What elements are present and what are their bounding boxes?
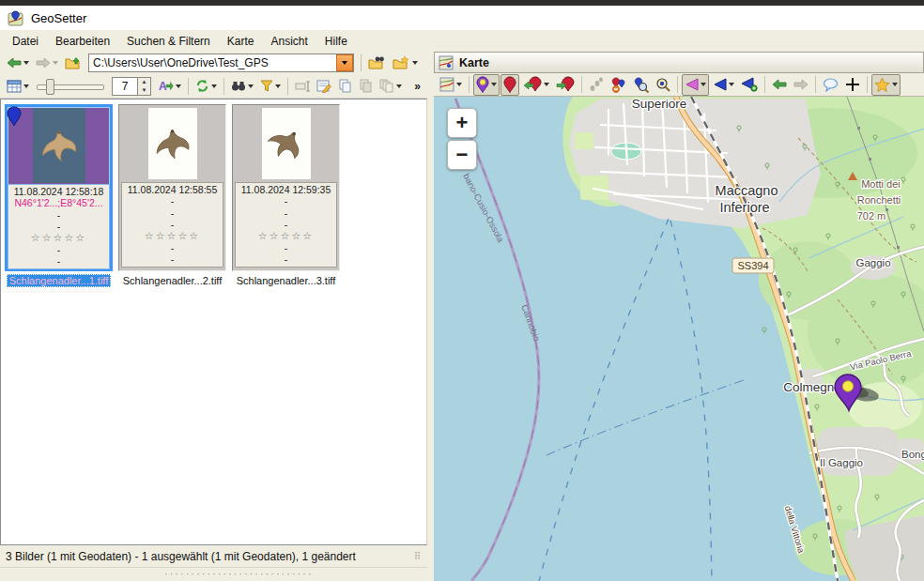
resize-grip[interactable]: ⠿	[414, 551, 422, 561]
capture-date: 11.08.2024 12:58:18	[8, 186, 109, 197]
edit-data-button[interactable]	[314, 75, 334, 97]
menu-suchen-filtern[interactable]: Suchen & Filtern	[118, 32, 219, 51]
back-dropdown-caret[interactable]	[23, 61, 29, 65]
vertical-splitter[interactable]	[427, 52, 434, 581]
menu-karte[interactable]: Karte	[219, 32, 263, 51]
filter-caret[interactable]	[275, 84, 281, 88]
zoom-to-markers-button[interactable]	[630, 74, 652, 96]
remove-markers-button[interactable]	[608, 74, 629, 96]
separator	[815, 76, 816, 93]
go-previous-caret[interactable]	[729, 83, 734, 86]
folder-path-value[interactable]: C:\Users\User\OneDrive\Test_GPS	[89, 56, 336, 69]
thumb-size-spinner[interactable]: 7 ▲▼	[112, 77, 151, 96]
image-browser: 11.08.2024 12:58:18 N46°1'2...;E8°45'2..…	[0, 99, 427, 545]
copy-multi-button[interactable]	[377, 75, 405, 97]
menu-datei[interactable]: Datei	[4, 32, 47, 51]
previous-marker-caret[interactable]	[544, 83, 549, 86]
folder-path-combobox[interactable]: C:\Users\User\OneDrive\Test_GPS	[88, 54, 354, 72]
assign-position-button[interactable]	[738, 74, 761, 96]
status-bar: 3 Bilder (1 mit Geodaten) - 1 ausgewählt…	[0, 545, 427, 567]
find-caret[interactable]	[248, 84, 254, 88]
show-tracks-button[interactable]	[586, 74, 607, 96]
browse-folder-button[interactable]	[365, 53, 389, 74]
map-type-caret[interactable]	[456, 83, 462, 86]
map-back-button[interactable]	[769, 74, 790, 96]
sort-caret[interactable]	[176, 84, 181, 88]
star-rating[interactable]: ☆☆☆☆☆	[236, 230, 336, 242]
map-tab-label[interactable]: Karte	[459, 56, 489, 69]
slider-thumb[interactable]	[46, 79, 54, 95]
spinner-down[interactable]: ▼	[138, 86, 150, 95]
favorite-folders-button[interactable]	[390, 53, 421, 74]
star-icon	[874, 77, 890, 92]
parent-folder-button[interactable]	[62, 53, 85, 74]
menu-bearbeiten[interactable]: Bearbeiten	[47, 32, 118, 51]
zoom-markers-icon	[633, 77, 649, 93]
refresh-icon	[195, 79, 209, 93]
thumbnail-3-image	[233, 105, 339, 182]
openstreetmap-canvas[interactable]: SS394 Superiore Maccagno Inferiore Motti…	[434, 97, 924, 581]
spinner-arrows[interactable]: ▲▼	[138, 77, 151, 96]
show-image-markers-button[interactable]	[500, 74, 519, 96]
image-item-2: 11.08.2024 12:58:55 - - - ☆☆☆☆☆ - - Schl…	[118, 104, 226, 286]
thumbnail-1[interactable]: 11.08.2024 12:58:18 N46°1'2...;E8°45'2..…	[5, 104, 113, 271]
refresh-caret[interactable]	[211, 84, 217, 88]
favorite-folders-caret[interactable]	[412, 61, 418, 65]
splitter-handle[interactable]: ····························	[164, 570, 314, 577]
filename-1[interactable]: Schlangenadler...1.tiff	[7, 275, 112, 286]
map-view[interactable]: SS394 Superiore Maccagno Inferiore Motti…	[434, 97, 924, 581]
folder-path-dropdown-button[interactable]	[336, 54, 353, 71]
spinner-value[interactable]: 7	[112, 77, 138, 96]
refresh-button[interactable]	[192, 75, 220, 97]
thumb-size-slider[interactable]	[37, 78, 104, 95]
map-favorites-button[interactable]	[871, 74, 901, 96]
track-playback-button[interactable]	[682, 74, 709, 96]
paste-button[interactable]	[356, 75, 376, 97]
copy-button[interactable]	[335, 75, 355, 97]
thumbnail-2[interactable]: 11.08.2024 12:58:55 - - - ☆☆☆☆☆ - -	[118, 104, 226, 271]
spinner-up[interactable]: ▲	[138, 78, 150, 86]
show-position-marker-button[interactable]	[473, 74, 500, 96]
map-zoom-out-button[interactable]: −	[447, 140, 477, 170]
map-favorites-caret[interactable]	[892, 83, 898, 86]
add-marker-button[interactable]	[842, 74, 863, 96]
detail-field: -	[8, 244, 109, 255]
previous-marker-button[interactable]	[520, 74, 552, 96]
view-mode-caret[interactable]	[23, 84, 29, 88]
copy-multi-caret[interactable]	[396, 84, 402, 88]
view-mode-button[interactable]	[4, 75, 32, 97]
map-forward-button[interactable]	[791, 74, 811, 96]
map-back-arrow-icon	[772, 79, 787, 90]
forward-button[interactable]	[33, 53, 61, 74]
bottom-splitter[interactable]: ····························	[0, 567, 434, 581]
sort-button[interactable]: A	[155, 75, 184, 97]
gps-coordinates: -	[236, 195, 336, 206]
rename-icon	[295, 81, 310, 92]
map-zoom-in-button[interactable]: +	[447, 108, 477, 138]
track-playback-caret[interactable]	[701, 83, 706, 86]
back-button[interactable]	[4, 53, 32, 74]
toolbar-overflow-button[interactable]: »	[414, 80, 420, 93]
menu-hilfe[interactable]: Hilfe	[316, 32, 356, 51]
image-item-3: 11.08.2024 12:59:35 - - - ☆☆☆☆☆ - - Schl…	[232, 104, 340, 286]
photo-bird-2	[148, 108, 197, 179]
forward-dropdown-caret[interactable]	[53, 61, 58, 65]
filename-2[interactable]: Schlangenadler...2.tiff	[123, 275, 223, 286]
star-rating[interactable]: ☆☆☆☆☆	[122, 230, 223, 242]
zoom-lens-button[interactable]	[653, 74, 673, 96]
filename-3[interactable]: Schlangenadler...3.tiff	[237, 275, 336, 286]
filter-button[interactable]	[257, 75, 284, 97]
magenta-triangle-icon	[685, 78, 699, 91]
photo-bird-3	[262, 108, 311, 179]
next-marker-button[interactable]	[553, 74, 578, 96]
rename-button[interactable]	[292, 75, 313, 97]
menu-ansicht[interactable]: Ansicht	[262, 32, 316, 51]
position-marker-caret[interactable]	[491, 83, 497, 86]
go-previous-image-button[interactable]	[710, 74, 737, 96]
map-type-button[interactable]	[437, 74, 465, 96]
tracks-icon	[589, 77, 604, 92]
thumbnail-3[interactable]: 11.08.2024 12:59:35 - - - ☆☆☆☆☆ - -	[232, 104, 340, 271]
star-rating[interactable]: ☆☆☆☆☆	[8, 232, 109, 244]
comment-button[interactable]	[820, 74, 841, 96]
find-button[interactable]	[228, 75, 256, 97]
